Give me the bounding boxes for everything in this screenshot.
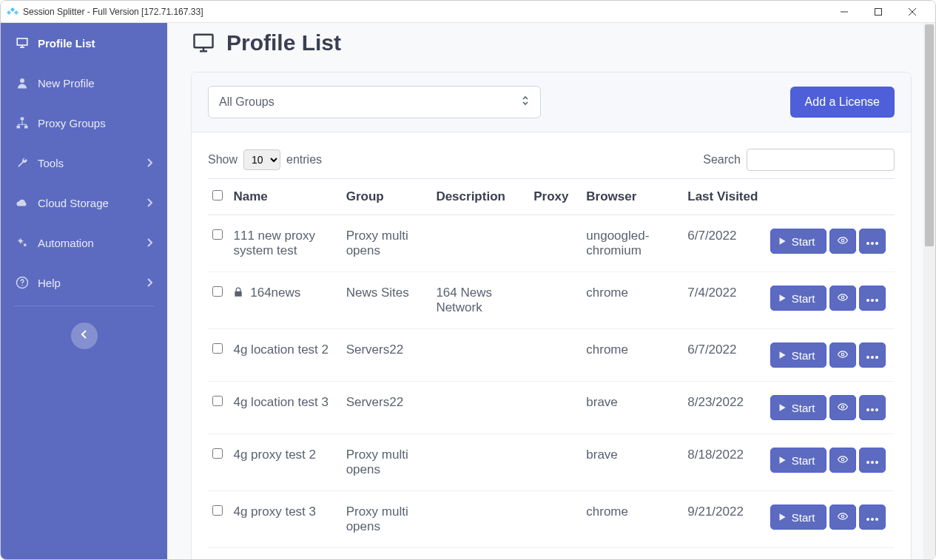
main-content: Profile List All Groups Add a License Sh… <box>167 23 935 559</box>
row-checkbox[interactable] <box>212 505 223 516</box>
view-button[interactable] <box>829 229 856 254</box>
table-row: 4g proxy test 2Proxy multi opensbrave8/1… <box>208 434 895 491</box>
search-label: Search <box>703 153 741 166</box>
sidebar-item-new-profile[interactable]: New Profile <box>1 63 167 103</box>
sidebar-item-proxy-groups[interactable]: Proxy Groups <box>1 103 167 143</box>
cell-group: Proxy multi opens <box>346 548 437 560</box>
start-button[interactable]: Start <box>770 395 826 420</box>
ellipsis-icon <box>866 511 879 524</box>
cell-description <box>436 329 533 382</box>
cell-name: 4g proxy test 3 <box>233 491 346 548</box>
user-icon <box>16 76 29 90</box>
cell-browser: chrome <box>586 329 687 382</box>
cell-actions: Start <box>770 215 895 272</box>
row-checkbox[interactable] <box>212 448 223 459</box>
ellipsis-icon <box>866 292 879 305</box>
cell-actions: Start <box>770 548 895 560</box>
svg-point-22 <box>866 408 869 411</box>
cell-description <box>436 548 533 560</box>
search-input[interactable] <box>747 149 895 171</box>
cell-proxy <box>533 491 586 548</box>
svg-point-20 <box>875 356 878 359</box>
row-checkbox[interactable] <box>212 396 223 406</box>
more-actions-button[interactable] <box>859 448 886 473</box>
table-controls: Show 10 entries Search <box>208 149 895 171</box>
cell-last-visited: 6/7/2022 <box>687 329 770 382</box>
scrollbar-thumb[interactable] <box>925 24 934 246</box>
page-size-select[interactable]: 10 <box>243 149 280 170</box>
sidebar-item-cloud-storage[interactable]: Cloud Storage <box>1 183 167 223</box>
more-actions-button[interactable] <box>859 229 886 254</box>
svg-point-21 <box>841 405 844 408</box>
svg-rect-0 <box>875 8 882 15</box>
sidebar-item-tools[interactable]: Tools <box>1 143 167 183</box>
start-button[interactable]: Start <box>770 229 826 254</box>
col-header-description[interactable]: Description <box>436 179 533 215</box>
table-row: 111 new proxy system testProxy multi ope… <box>208 215 895 272</box>
titlebar: Session Splitter - Full Version [172.71.… <box>1 1 935 23</box>
col-header-last-visited[interactable]: Last Visited <box>687 179 770 215</box>
col-header-name[interactable]: Name <box>233 179 346 215</box>
close-button[interactable] <box>895 1 929 23</box>
minimize-button[interactable] <box>827 1 861 23</box>
page-title: Profile List <box>191 30 912 55</box>
start-button[interactable]: Start <box>770 343 826 368</box>
cell-proxy <box>533 329 586 382</box>
more-actions-button[interactable] <box>859 505 886 530</box>
svg-point-28 <box>875 461 878 464</box>
svg-rect-3 <box>17 126 21 129</box>
app-icon <box>7 6 18 18</box>
col-header-proxy[interactable]: Proxy <box>533 179 586 215</box>
group-filter-value: All Groups <box>219 95 275 109</box>
group-filter-select[interactable]: All Groups <box>208 86 541 118</box>
view-button[interactable] <box>829 395 856 420</box>
col-header-group[interactable]: Group <box>346 179 437 215</box>
start-button[interactable]: Start <box>770 286 826 311</box>
start-button[interactable]: Start <box>770 505 826 530</box>
svg-point-13 <box>841 296 844 299</box>
ellipsis-icon <box>866 402 879 414</box>
collapse-sidebar-button[interactable] <box>71 323 98 349</box>
cell-group: Servers22 <box>346 382 437 434</box>
sidebar-item-help[interactable]: Help <box>1 263 167 303</box>
view-button[interactable] <box>829 286 856 311</box>
add-license-button[interactable]: Add a License <box>790 87 895 118</box>
row-checkbox[interactable] <box>212 343 223 354</box>
svg-point-9 <box>841 239 844 242</box>
ellipsis-icon <box>866 349 879 362</box>
view-button[interactable] <box>829 448 856 473</box>
svg-point-25 <box>841 458 844 461</box>
maximize-button[interactable] <box>861 1 895 23</box>
more-actions-button[interactable] <box>859 286 886 311</box>
row-checkbox[interactable] <box>212 229 223 240</box>
svg-point-11 <box>871 242 874 245</box>
sidebar-item-label: Help <box>38 277 61 289</box>
svg-point-32 <box>875 518 878 521</box>
chevron-right-icon <box>147 157 152 169</box>
chevron-right-icon <box>147 237 152 249</box>
chevron-right-icon <box>147 277 152 289</box>
view-button[interactable] <box>829 343 856 368</box>
cell-browser: chrome <box>586 272 687 329</box>
sidebar-item-profile-list[interactable]: Profile List <box>1 23 167 63</box>
scrollbar[interactable] <box>923 23 935 559</box>
eye-icon <box>836 292 849 305</box>
start-button[interactable]: Start <box>770 448 826 473</box>
svg-point-15 <box>871 299 874 302</box>
sidebar-item-automation[interactable]: Automation <box>1 223 167 263</box>
svg-point-17 <box>841 353 844 356</box>
select-all-checkbox[interactable] <box>212 190 223 200</box>
cell-actions: Start <box>770 491 895 548</box>
col-header-browser[interactable]: Browser <box>586 179 687 215</box>
more-actions-button[interactable] <box>859 395 886 420</box>
svg-point-12 <box>875 242 878 245</box>
row-checkbox[interactable] <box>212 286 223 297</box>
cell-proxy <box>533 382 586 434</box>
sitemap-icon <box>16 116 29 129</box>
view-button[interactable] <box>829 505 856 530</box>
ellipsis-icon <box>866 235 879 248</box>
eye-icon <box>836 454 849 467</box>
cell-group: Proxy multi opens <box>346 215 437 272</box>
more-actions-button[interactable] <box>859 343 886 368</box>
svg-point-10 <box>866 242 869 245</box>
